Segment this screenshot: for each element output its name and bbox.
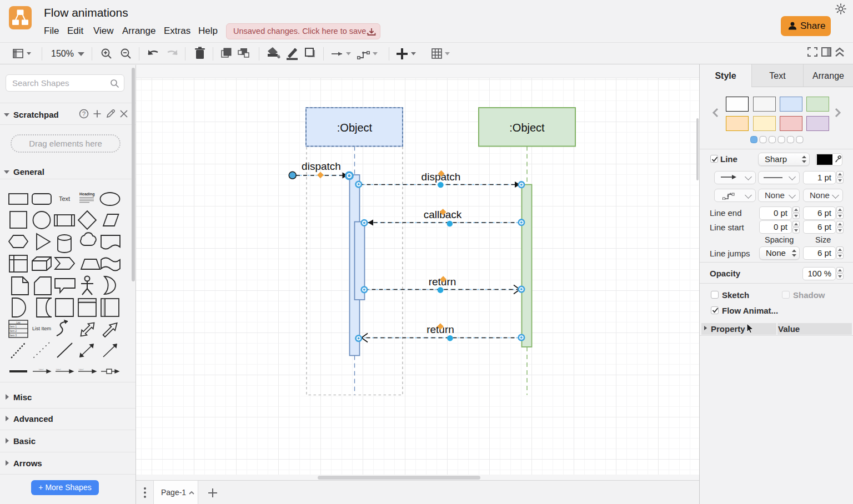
- svg-text:label: label: [79, 368, 84, 371]
- svg-text:label: label: [39, 368, 44, 371]
- svg-text:Item 2: Item 2: [10, 330, 17, 332]
- svg-text:dispatch: dispatch: [302, 160, 341, 172]
- svg-text:?: ?: [82, 110, 86, 117]
- svg-text:Heading: Heading: [79, 192, 95, 196]
- svg-text::Object: :Object: [337, 122, 373, 134]
- svg-text::Object: :Object: [509, 122, 545, 134]
- svg-text:Item 3: Item 3: [10, 334, 17, 337]
- svg-text:label: label: [56, 368, 61, 371]
- svg-text:Item 1: Item 1: [10, 325, 17, 328]
- svg-text:List Item: List Item: [32, 326, 51, 331]
- svg-text:Text: Text: [59, 195, 70, 202]
- svg-text:List: List: [16, 321, 21, 324]
